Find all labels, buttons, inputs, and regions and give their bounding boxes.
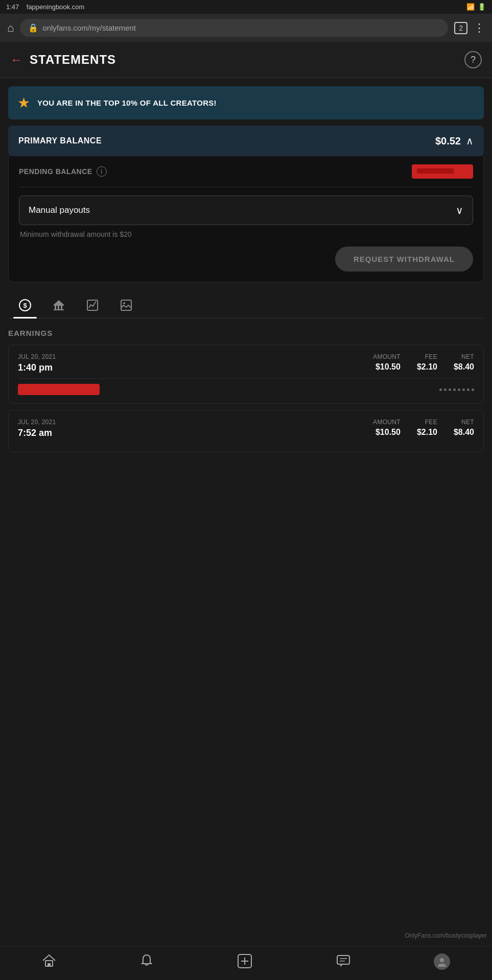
primary-balance-right: $0.52 ∧	[435, 135, 474, 147]
withdrawal-btn-wrap: REQUEST WITHDRAWAL	[19, 247, 473, 272]
amount-value-2: $10.50	[376, 428, 401, 437]
page-title: STATEMENTS	[30, 53, 116, 67]
svg-rect-2	[54, 305, 64, 306]
nav-profile[interactable]	[434, 953, 450, 970]
earnings-amount-col-2: AMOUNT $10.50	[373, 419, 401, 437]
svg-rect-9	[121, 300, 131, 310]
banner-text: YOU ARE IN THE TOP 10% OF ALL CREATORS!	[37, 99, 217, 107]
dot-1	[439, 388, 442, 391]
help-button[interactable]: ?	[464, 51, 482, 68]
pending-label-wrap: PENDING BALANCE i	[19, 166, 107, 177]
svg-rect-16	[337, 955, 349, 964]
svg-point-10	[123, 302, 125, 304]
amount-value-1: $10.50	[376, 362, 401, 372]
svg-rect-6	[54, 309, 64, 310]
earnings-time-2: 7:52 am	[18, 428, 56, 438]
redacted-name-1	[18, 384, 100, 395]
balance-card: PRIMARY BALANCE $0.52 ∧	[8, 126, 484, 156]
fee-value-1: $2.10	[417, 362, 437, 372]
avatar	[434, 953, 450, 970]
app-header: ← STATEMENTS ?	[0, 42, 492, 78]
svg-rect-4	[58, 306, 59, 309]
net-value-1: $8.40	[454, 362, 474, 372]
svg-marker-7	[54, 300, 64, 305]
nav-messages[interactable]	[336, 953, 350, 970]
signal-icon: 📶	[466, 3, 475, 11]
pending-section: PENDING BALANCE i Manual payouts ∨ Minim…	[8, 156, 484, 282]
nav-notifications[interactable]	[139, 953, 154, 970]
earnings-net-col-1: NET $8.40	[454, 353, 474, 372]
pending-row: PENDING BALANCE i	[19, 164, 473, 187]
earnings-time-1: 1:40 pm	[18, 362, 56, 373]
tabs-badge[interactable]: 2	[454, 22, 467, 34]
lock-icon: 🔒	[28, 23, 38, 33]
pending-value-redacted	[412, 164, 473, 179]
dot-6	[462, 388, 465, 391]
net-label-1: NET	[461, 353, 474, 360]
dot-4	[453, 388, 456, 391]
svg-point-20	[440, 958, 444, 962]
earnings-top-row-2: JUL 20, 2021 7:52 am AMOUNT $10.50 FEE $…	[18, 419, 474, 438]
earnings-net-col-2: NET $8.40	[454, 419, 474, 437]
earnings-cols-2: AMOUNT $10.50 FEE $2.10 NET $8.40	[373, 419, 474, 437]
browser-bar: ⌂ 🔒 onlyfans.com/my/statement 2 ⋮	[0, 14, 492, 42]
back-button[interactable]: ←	[10, 53, 22, 67]
net-value-2: $8.40	[454, 428, 474, 437]
svg-rect-5	[61, 306, 62, 309]
creator-banner: ★ YOU ARE IN THE TOP 10% OF ALL CREATORS…	[8, 86, 484, 119]
payout-dropdown[interactable]: Manual payouts ∨	[19, 195, 473, 225]
earnings-date-col-1: JUL 20, 2021 1:40 pm	[18, 353, 56, 373]
earnings-cols-1: AMOUNT $10.50 FEE $2.10 NET $8.40	[373, 353, 474, 372]
primary-balance-row: PRIMARY BALANCE $0.52 ∧	[8, 126, 484, 156]
status-bar: 1:47 fappeningbook.com 📶 🔋	[0, 0, 492, 14]
tab-bank[interactable]	[42, 292, 76, 318]
earnings-date-2: JUL 20, 2021	[18, 419, 56, 426]
header-left: ← STATEMENTS	[10, 53, 116, 67]
earnings-card-1: JUL 20, 2021 1:40 pm AMOUNT $10.50 FEE $…	[8, 345, 484, 404]
earnings-section: EARNINGS JUL 20, 2021 1:40 pm AMOUNT $10…	[8, 329, 484, 452]
fee-value-2: $2.10	[417, 428, 437, 437]
fee-label-2: FEE	[425, 419, 437, 426]
earnings-top-row-1: JUL 20, 2021 1:40 pm AMOUNT $10.50 FEE $…	[18, 353, 474, 373]
svg-text:$: $	[23, 302, 27, 309]
battery-icon: 🔋	[478, 3, 486, 11]
dot-3	[449, 388, 451, 391]
url-text: onlyfans.com/my/statement	[42, 23, 136, 32]
browser-home-icon[interactable]: ⌂	[7, 21, 14, 35]
earnings-amount-col-1: AMOUNT $10.50	[373, 353, 401, 372]
dot-5	[458, 388, 460, 391]
url-bar[interactable]: 🔒 onlyfans.com/my/statement	[20, 19, 448, 37]
earnings-date-col-2: JUL 20, 2021 7:52 am	[18, 419, 56, 438]
loading-dots-1	[439, 388, 474, 391]
status-time: 1:47 fappeningbook.com	[6, 3, 84, 11]
watermark: OnlyFans.com/bustycosplayer	[405, 932, 487, 939]
nav-home[interactable]	[42, 953, 56, 970]
star-icon: ★	[17, 94, 30, 111]
nav-add[interactable]	[237, 953, 252, 970]
tab-stats[interactable]	[76, 292, 109, 318]
dot-8	[472, 388, 474, 391]
dot-7	[467, 388, 470, 391]
chevron-up-icon[interactable]: ∧	[466, 135, 474, 147]
info-icon[interactable]: i	[97, 166, 107, 177]
fee-label-1: FEE	[425, 353, 437, 360]
bottom-nav	[0, 946, 492, 980]
earnings-title: EARNINGS	[8, 329, 484, 337]
earnings-fee-col-1: FEE $2.10	[417, 353, 437, 372]
browser-menu-icon[interactable]: ⋮	[474, 21, 485, 35]
earnings-fee-col-2: FEE $2.10	[417, 419, 437, 437]
tab-earnings[interactable]: $	[8, 292, 42, 318]
earnings-bottom-row-1	[18, 378, 474, 395]
amount-label-2: AMOUNT	[373, 419, 401, 426]
primary-balance-value: $0.52	[435, 135, 461, 147]
status-icons: 📶 🔋	[466, 3, 486, 11]
tab-media[interactable]	[109, 292, 143, 318]
time-text: 1:47	[6, 3, 19, 11]
earnings-card-2: JUL 20, 2021 7:52 am AMOUNT $10.50 FEE $…	[8, 410, 484, 452]
amount-label-1: AMOUNT	[373, 353, 401, 360]
dot-2	[444, 388, 447, 391]
request-withdrawal-button[interactable]: REQUEST WITHDRAWAL	[335, 247, 473, 272]
tab-bar: $	[8, 292, 484, 318]
earnings-date-1: JUL 20, 2021	[18, 353, 56, 360]
pending-label: PENDING BALANCE	[19, 167, 92, 176]
